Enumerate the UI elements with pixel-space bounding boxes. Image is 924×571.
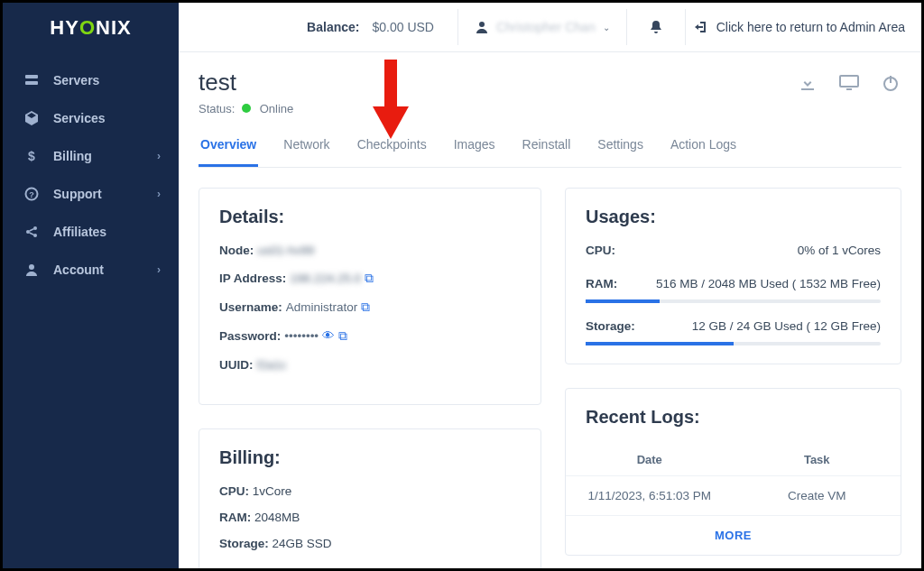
topbar: Balance: $0.00 USD Christopher Chan ⌄ Cl…: [179, 3, 921, 52]
billing-storage-value: 24GB SSD: [273, 537, 332, 550]
monitor-icon: [839, 74, 859, 92]
details-heading: Details:: [219, 207, 521, 227]
return-admin-text: Click here to return to Admin Area: [716, 20, 905, 34]
usage-ram-value: 516 MB / 2048 MB Used ( 1532 MB Free): [656, 277, 881, 290]
brand-pre: HY: [50, 16, 79, 40]
svg-rect-1: [25, 81, 38, 85]
billing-card: Billing: CPU: 1vCore RAM: 2048MB Storage…: [199, 428, 541, 568]
svg-rect-10: [840, 76, 858, 87]
logs-more-link[interactable]: MORE: [566, 515, 901, 555]
sidebar: HYONIX Servers Services $ Billing › ? Su…: [3, 3, 179, 568]
download-button[interactable]: [797, 72, 818, 94]
billing-ram-value: 2048MB: [254, 511, 300, 524]
svg-text:$: $: [28, 149, 35, 163]
uuid-value: f2a1c: [257, 358, 287, 372]
divider: [626, 9, 627, 45]
power-icon: [882, 74, 900, 92]
notifications-button[interactable]: [636, 20, 676, 34]
sidebar-item-label: Services: [53, 111, 106, 125]
billing-cpu-label: CPU:: [219, 484, 249, 498]
node-label: Node:: [219, 244, 254, 257]
vm-title: test: [199, 69, 293, 97]
recent-logs-card: Recent Logs: Date Task 1/11/2023, 6:51:0…: [565, 388, 901, 556]
vm-status: Status: Online: [199, 102, 293, 115]
status-indicator-icon: [242, 104, 251, 113]
reveal-password-button[interactable]: 👁: [322, 329, 335, 343]
username-label: Username:: [219, 300, 282, 314]
user-name: Christopher Chan: [496, 20, 596, 34]
node-value: us01-hv99: [257, 244, 314, 257]
ip-value: 198.224.25.0: [290, 272, 361, 285]
usage-cpu-value: 0% of 1 vCores: [798, 244, 881, 257]
console-button[interactable]: [838, 72, 860, 94]
tab-images[interactable]: Images: [452, 137, 497, 167]
tabs: Overview Network Checkpoints Images Rein…: [199, 137, 901, 168]
tab-overview[interactable]: Overview: [199, 137, 258, 167]
usage-cpu-label: CPU:: [586, 244, 615, 257]
chevron-right-icon: ›: [157, 150, 161, 162]
password-value: ••••••••: [284, 329, 319, 343]
billing-storage-label: Storage:: [219, 537, 269, 550]
sidebar-item-support[interactable]: ? Support ›: [3, 175, 179, 213]
usage-storage-label: Storage:: [586, 319, 635, 333]
sidebar-item-servers[interactable]: Servers: [3, 61, 179, 99]
user-icon: [475, 20, 489, 34]
ip-label: IP Address:: [219, 272, 286, 285]
share-icon: [21, 225, 42, 239]
usage-ram-bar: [586, 299, 881, 303]
details-card: Details: Node:us01-hv99 IP Address:198.2…: [199, 188, 541, 405]
dollar-icon: $: [21, 149, 42, 163]
tab-network[interactable]: Network: [282, 137, 331, 167]
sidebar-item-label: Affiliates: [53, 225, 106, 239]
main-content: test Status: Online Overview Network Che…: [179, 52, 921, 568]
svg-rect-11: [846, 88, 852, 90]
chevron-down-icon: ⌄: [603, 23, 610, 32]
svg-rect-0: [25, 75, 38, 78]
tab-reinstall[interactable]: Reinstall: [521, 137, 573, 167]
log-task: Create VM: [734, 476, 901, 515]
sidebar-item-billing[interactable]: $ Billing ›: [3, 137, 179, 175]
usages-card: Usages: CPU:0% of 1 vCores RAM:516 MB / …: [565, 188, 901, 364]
sidebar-item-affiliates[interactable]: Affiliates: [3, 213, 179, 251]
sidebar-item-services[interactable]: Services: [3, 99, 179, 137]
status-label: Status:: [199, 102, 235, 115]
sidebar-item-label: Billing: [53, 149, 92, 163]
balance-value: $0.00 USD: [372, 20, 433, 34]
power-button[interactable]: [880, 72, 901, 94]
logs-heading: Recent Logs:: [566, 407, 901, 428]
brand-accent: O: [79, 16, 96, 40]
tab-action-logs[interactable]: Action Logs: [669, 137, 738, 167]
download-icon: [799, 74, 817, 92]
username-value: Administrator: [286, 300, 358, 314]
tab-settings[interactable]: Settings: [596, 137, 645, 167]
svg-point-9: [479, 22, 485, 27]
uuid-label: UUID:: [219, 358, 254, 372]
brand-post: NIX: [96, 16, 132, 40]
balance-label: Balance:: [307, 20, 359, 34]
status-value: Online: [260, 102, 294, 115]
copy-username-button[interactable]: ⧉: [361, 300, 370, 314]
log-row: 1/11/2023, 6:51:03 PM Create VM: [566, 475, 901, 515]
return-admin-link[interactable]: Click here to return to Admin Area: [695, 20, 905, 34]
usage-storage-value: 12 GB / 24 GB Used ( 12 GB Free): [692, 319, 881, 333]
divider: [685, 9, 686, 45]
sidebar-item-label: Account: [53, 262, 104, 277]
brand-logo[interactable]: HYONIX: [3, 3, 179, 52]
svg-point-5: [26, 230, 30, 234]
usages-heading: Usages:: [586, 207, 881, 227]
svg-point-8: [29, 264, 34, 270]
user-dropdown[interactable]: Christopher Chan ⌄: [467, 20, 617, 34]
sidebar-item-account[interactable]: Account ›: [3, 251, 179, 289]
tab-checkpoints[interactable]: Checkpoints: [356, 137, 429, 167]
billing-ram-label: RAM:: [219, 511, 251, 524]
server-icon: [21, 73, 42, 87]
user-icon: [21, 262, 42, 277]
divider: [457, 9, 458, 45]
sidebar-item-label: Support: [53, 187, 102, 201]
copy-ip-button[interactable]: ⧉: [365, 272, 374, 285]
bell-icon: [649, 20, 663, 34]
copy-password-button[interactable]: ⧉: [338, 329, 347, 343]
usage-storage-bar: [586, 342, 881, 345]
cube-icon: [21, 111, 42, 125]
sidebar-item-label: Servers: [53, 73, 99, 87]
